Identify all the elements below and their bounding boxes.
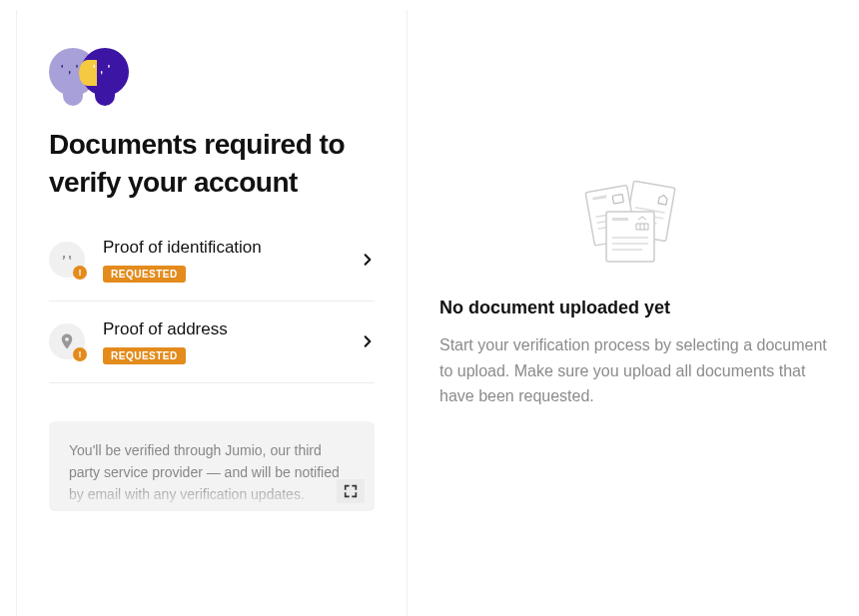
svg-rect-14: [612, 218, 628, 221]
avatar-right-icon: ' , ': [81, 48, 129, 96]
document-item-address[interactable]: ! Proof of address REQUESTED: [49, 301, 375, 382]
expand-icon[interactable]: [337, 479, 365, 503]
status-badge: REQUESTED: [103, 347, 186, 364]
empty-state-title: No document uploaded yet: [439, 298, 827, 318]
chevron-right-icon: [361, 330, 375, 353]
info-box: You'll be verified through Jumio, our th…: [49, 421, 375, 511]
doc-title: Proof of identification: [103, 238, 361, 258]
alert-badge-icon: !: [73, 266, 87, 280]
doc-title: Proof of address: [103, 319, 361, 339]
doc-content: Proof of identification REQUESTED: [103, 238, 361, 283]
status-badge: REQUESTED: [103, 266, 186, 283]
right-panel: No document uploaded yet Start your veri…: [408, 10, 859, 616]
svg-point-1: [69, 256, 71, 258]
documents-illustration-icon: [578, 180, 688, 274]
document-item-identification[interactable]: ! Proof of identification REQUESTED: [49, 238, 375, 301]
avatar-illustration: ' , ' ' , ': [49, 48, 375, 96]
left-panel: ' , ' ' , ' Documents required to verify…: [16, 10, 408, 616]
info-text: You'll be verified through Jumio, our th…: [69, 442, 340, 503]
alert-badge-icon: !: [73, 347, 87, 361]
page-title: Documents required to verify your accoun…: [49, 126, 375, 202]
doc-icon-wrapper: !: [49, 323, 85, 359]
svg-point-0: [63, 256, 65, 258]
chevron-right-icon: [361, 249, 375, 272]
document-list: ! Proof of identification REQUESTED: [49, 238, 375, 383]
doc-icon-wrapper: !: [49, 242, 85, 278]
main-container: ' , ' ' , ' Documents required to verify…: [0, 0, 859, 616]
empty-state-text: Start your verification process by selec…: [439, 332, 827, 409]
doc-content: Proof of address REQUESTED: [103, 319, 361, 364]
svg-point-2: [65, 337, 69, 341]
